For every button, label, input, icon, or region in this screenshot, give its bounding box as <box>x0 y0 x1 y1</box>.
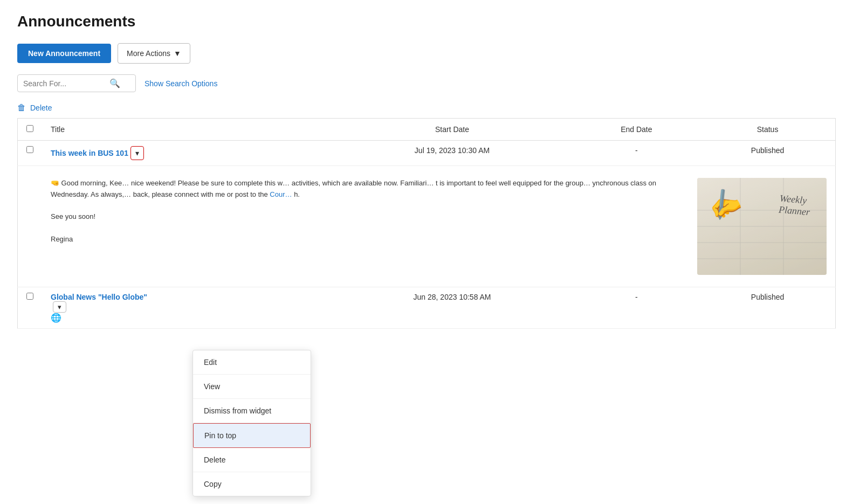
row2-dropdown-button[interactable]: ▾ <box>53 301 66 313</box>
dropdown-item-pin[interactable]: Pin to top <box>193 423 311 448</box>
row1-checkbox-cell <box>18 141 43 166</box>
course-link[interactable]: Cour… <box>270 190 292 198</box>
row1-start-date: Jul 19, 2023 10:30 AM <box>332 141 573 166</box>
row2-title-cell: Global News "Hello Globe" ▾ 🌐 <box>42 287 332 329</box>
page-wrapper: Announcements New Announcement More Acti… <box>0 0 853 504</box>
preview-paragraph-3: Regina <box>51 234 686 245</box>
dropdown-item-view[interactable]: View <box>193 375 311 399</box>
search-input-wrapper: 🔍 <box>17 74 136 92</box>
planner-grid <box>697 178 827 275</box>
announcement-preview-row: 🤜 Good morning, Kee… nice weekend! Pleas… <box>18 166 836 287</box>
preview-paragraph-2: See you soon! <box>51 211 686 223</box>
show-search-options-link[interactable]: Show Search Options <box>145 79 217 88</box>
row2-checkbox-cell <box>18 287 43 329</box>
row1-dropdown-button[interactable]: ▾ <box>130 146 144 160</box>
row2-start-date: Jun 28, 2023 10:58 AM <box>332 287 573 329</box>
delete-label: Delete <box>30 103 52 112</box>
table-row: This week in BUS 101 ▾ Jul 19, 2023 10:3… <box>18 141 836 166</box>
globe-icon: 🌐 <box>51 313 61 322</box>
row2-title-link[interactable]: Global News "Hello Globe" <box>51 293 147 301</box>
preview-checkbox-cell <box>18 166 43 287</box>
page-title: Announcements <box>17 13 836 30</box>
row1-checkbox[interactable] <box>26 146 33 153</box>
select-all-checkbox[interactable] <box>26 125 33 132</box>
preview-image: ✍️ WeeklyPlanner <box>697 178 827 275</box>
row2-status: Published <box>700 287 835 329</box>
select-all-header <box>18 119 43 141</box>
chevron-down-icon: ▼ <box>174 49 181 58</box>
more-actions-button[interactable]: More Actions ▼ <box>118 43 190 64</box>
dropdown-item-dismiss[interactable]: Dismiss from widget <box>193 399 311 423</box>
delete-bar[interactable]: 🗑 Delete <box>17 103 836 113</box>
row1-title-cell: This week in BUS 101 ▾ <box>42 141 332 166</box>
status-header: Status <box>700 119 835 141</box>
preview-paragraph-1: 🤜 Good morning, Kee… nice weekend! Pleas… <box>51 178 686 201</box>
row2-checkbox[interactable] <box>26 293 33 300</box>
preview-content-cell: 🤜 Good morning, Kee… nice weekend! Pleas… <box>42 166 836 287</box>
table-header-row: Title Start Date End Date Status <box>18 119 836 141</box>
search-bar: 🔍 Show Search Options <box>17 74 836 92</box>
start-date-header: Start Date <box>332 119 573 141</box>
announcements-table: Title Start Date End Date Status This we… <box>17 118 836 329</box>
row1-end-date: - <box>573 141 700 166</box>
search-input[interactable] <box>23 79 109 88</box>
new-announcement-button[interactable]: New Announcement <box>17 44 111 63</box>
dropdown-item-copy[interactable]: Copy <box>193 472 311 496</box>
more-actions-label: More Actions <box>127 49 170 58</box>
preview-content: 🤜 Good morning, Kee… nice weekend! Pleas… <box>51 171 827 281</box>
row1-title-link[interactable]: This week in BUS 101 <box>51 149 128 157</box>
planner-background: ✍️ WeeklyPlanner <box>697 178 827 275</box>
table-row: Global News "Hello Globe" ▾ 🌐 Jun 28, 20… <box>18 287 836 329</box>
dropdown-menu: Edit View Dismiss from widget Pin to top… <box>192 350 311 496</box>
dropdown-item-delete[interactable]: Delete <box>193 448 311 472</box>
title-header: Title <box>42 119 332 141</box>
row1-status: Published <box>700 141 835 166</box>
toolbar: New Announcement More Actions ▼ <box>17 43 836 64</box>
search-icon: 🔍 <box>109 78 120 88</box>
trash-icon: 🗑 <box>17 103 26 113</box>
dropdown-item-edit[interactable]: Edit <box>193 350 311 375</box>
end-date-header: End Date <box>573 119 700 141</box>
row2-end-date: - <box>573 287 700 329</box>
preview-text: 🤜 Good morning, Kee… nice weekend! Pleas… <box>51 178 686 275</box>
